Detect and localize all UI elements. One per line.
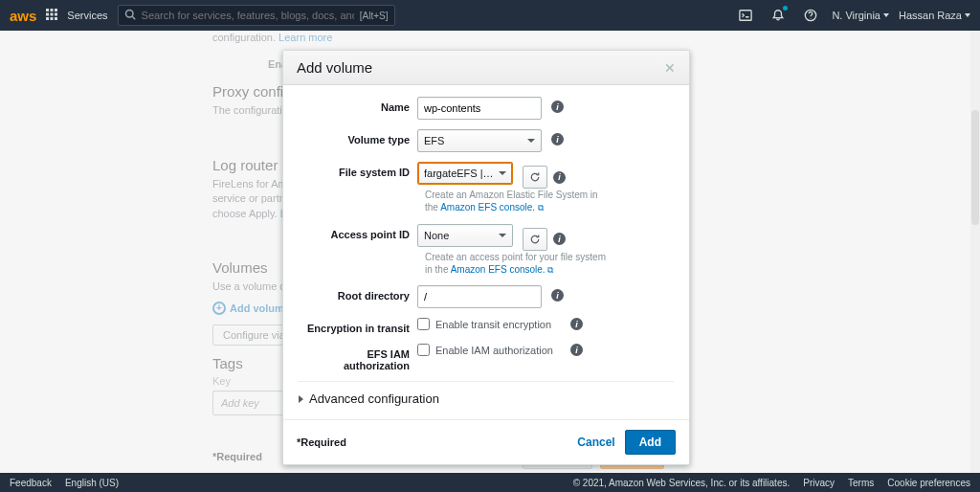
help-icon[interactable] (799, 4, 822, 27)
search-input[interactable] (142, 10, 354, 21)
advanced-configuration-label: Advanced configuration (309, 391, 439, 406)
svg-rect-6 (46, 17, 49, 20)
chevron-down-icon (499, 234, 506, 237)
cloudshell-icon[interactable] (734, 4, 757, 27)
svg-line-10 (132, 16, 135, 19)
copyright-text: © 2021, Amazon Web Services, Inc. or its… (573, 478, 791, 488)
privacy-link[interactable]: Privacy (803, 478, 835, 488)
info-icon[interactable]: i (551, 289, 564, 302)
external-link-icon: ⧉ (538, 203, 544, 212)
services-link[interactable]: Services (67, 10, 107, 21)
svg-point-9 (125, 10, 133, 17)
efs-console-link-2[interactable]: Amazon EFS console. ⧉ (451, 264, 554, 275)
chevron-right-icon (299, 395, 303, 403)
svg-rect-1 (51, 9, 54, 11)
iam-authorization-checkbox[interactable] (417, 344, 430, 356)
svg-rect-2 (55, 9, 57, 11)
feedback-link[interactable]: Feedback (10, 478, 52, 488)
info-icon[interactable]: i (551, 133, 564, 145)
modal-title: Add volume (297, 59, 372, 76)
user-label: Hassan Raza (899, 10, 962, 21)
add-volume-modal: Add volume ✕ Name i Volume type EFS i Fi… (282, 50, 690, 465)
services-grid-icon[interactable] (46, 9, 57, 23)
modal-cancel-button[interactable]: Cancel (568, 431, 624, 454)
ap-hint: Create an access point for your file sys… (425, 251, 607, 277)
aws-logo[interactable]: aws (10, 8, 36, 24)
modal-required-note: *Required (297, 436, 346, 448)
refresh-ap-button[interactable] (523, 228, 547, 251)
transit-encryption-checkbox-label: Enable transit encryption (435, 319, 551, 330)
language-selector[interactable]: English (US) (65, 478, 119, 488)
chevron-down-icon (527, 139, 535, 143)
modal-add-button[interactable]: Add (625, 430, 676, 455)
file-system-id-select[interactable]: fargateEFS | fs-03f... (417, 162, 513, 185)
root-directory-input[interactable] (417, 285, 542, 308)
top-nav: aws Services [Alt+S] N. Virginia Hassan … (0, 0, 980, 31)
name-label: Name (299, 97, 417, 113)
root-directory-label: Root directory (299, 285, 417, 302)
nav-search[interactable]: [Alt+S] (118, 5, 395, 26)
modal-footer: *Required Cancel Add (283, 419, 689, 464)
svg-rect-7 (51, 17, 54, 20)
refresh-fs-button[interactable] (523, 166, 547, 189)
svg-rect-3 (46, 12, 49, 15)
svg-rect-11 (740, 11, 751, 21)
file-system-id-value: fargateEFS | fs-03f... (424, 168, 495, 179)
volume-type-label: Volume type (299, 129, 417, 145)
footer: Feedback English (US) © 2021, Amazon Web… (0, 473, 980, 492)
external-link-icon: ⧉ (547, 265, 553, 275)
region-selector[interactable]: N. Virginia (832, 10, 889, 21)
volume-type-value: EFS (424, 135, 444, 146)
name-input[interactable] (417, 97, 542, 120)
info-icon[interactable]: i (570, 344, 583, 356)
svg-rect-0 (46, 9, 49, 11)
search-shortcut-hint: [Alt+S] (360, 11, 389, 21)
account-menu[interactable]: Hassan Raza (899, 10, 970, 21)
fs-hint: Create an Amazon Elastic File System in … (425, 189, 607, 214)
iam-authorization-checkbox-label: Enable IAM authorization (435, 345, 553, 356)
info-icon[interactable]: i (551, 101, 564, 113)
svg-rect-8 (55, 17, 57, 20)
info-icon[interactable]: i (570, 318, 583, 330)
info-icon[interactable]: i (553, 171, 566, 184)
language-label: English (US) (65, 478, 119, 488)
volume-type-select[interactable]: EFS (417, 129, 542, 152)
iam-auth-label: EFS IAM authorization (299, 344, 417, 371)
transit-encryption-checkbox[interactable] (417, 318, 430, 330)
chevron-down-icon (499, 171, 506, 175)
terms-link[interactable]: Terms (848, 478, 874, 488)
svg-rect-5 (55, 12, 57, 15)
svg-rect-4 (51, 12, 54, 15)
file-system-id-label: File system ID (299, 162, 417, 178)
info-icon[interactable]: i (553, 233, 566, 245)
advanced-configuration-toggle[interactable]: Advanced configuration (299, 381, 674, 415)
caret-down-icon (965, 13, 970, 17)
cookie-preferences-link[interactable]: Cookie preferences (887, 478, 970, 488)
modal-header: Add volume ✕ (283, 51, 689, 85)
access-point-id-label: Access point ID (299, 224, 417, 240)
encryption-label: Encryption in transit (299, 318, 417, 334)
efs-console-link[interactable]: Amazon EFS console. ⧉ (440, 202, 544, 212)
notification-dot (783, 6, 788, 11)
close-icon[interactable]: ✕ (664, 60, 676, 76)
access-point-id-select[interactable]: None (417, 224, 513, 247)
notifications-icon[interactable] (767, 4, 790, 27)
caret-down-icon (883, 13, 889, 17)
search-icon (124, 9, 136, 23)
region-label: N. Virginia (832, 10, 880, 21)
access-point-id-value: None (424, 230, 449, 241)
